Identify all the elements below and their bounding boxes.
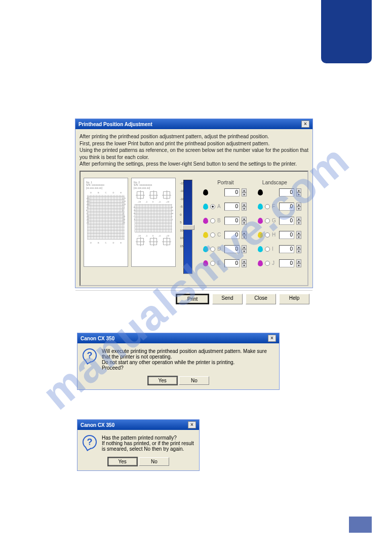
spinner[interactable]: ▲▼ xyxy=(242,217,247,225)
yes-button[interactable]: Yes xyxy=(147,376,178,385)
value-input[interactable]: 0 xyxy=(279,259,294,267)
color-row: D0▲▼I0▲▼ xyxy=(203,245,301,253)
close-button[interactable]: Close xyxy=(246,294,276,304)
titlebar: Printhead Position Adjustment × xyxy=(75,119,312,129)
radio-label: I xyxy=(272,246,277,252)
value-input[interactable]: 0 xyxy=(279,188,294,196)
send-button[interactable]: Send xyxy=(212,294,243,304)
radio-label: E xyxy=(217,260,222,266)
value-input[interactable]: 0 xyxy=(224,188,240,196)
help-button[interactable]: Help xyxy=(279,294,309,304)
radio-label: C xyxy=(217,232,222,238)
radio-button[interactable] xyxy=(210,218,215,223)
value-input[interactable]: 0 xyxy=(224,245,240,253)
message-text: Has the pattern printed normally? If not… xyxy=(102,435,194,452)
radio-label: J xyxy=(272,260,277,266)
radio-button[interactable] xyxy=(265,247,270,252)
page-thumb-tab xyxy=(349,517,372,533)
color-drop-icon xyxy=(203,246,208,252)
color-drop-icon xyxy=(203,260,208,266)
printhead-adjustment-dialog: Printhead Position Adjustment × After pr… xyxy=(75,118,313,288)
radio-label: H xyxy=(272,232,277,238)
confirm-pattern-dialog: Canon CX 350 × ? Has the pattern printed… xyxy=(77,419,200,471)
color-drop-icon xyxy=(258,246,263,252)
radio-button[interactable] xyxy=(265,204,270,209)
spinner[interactable]: ▲▼ xyxy=(296,188,301,196)
value-input[interactable]: 0 xyxy=(224,203,240,211)
color-drop-icon xyxy=(258,260,263,266)
value-input[interactable]: 0 xyxy=(279,203,294,211)
color-row: B0▲▼G0▲▼ xyxy=(203,217,301,225)
value-input[interactable]: 0 xyxy=(224,259,240,267)
value-input[interactable]: 0 xyxy=(279,231,294,239)
value-input[interactable]: 0 xyxy=(279,245,294,253)
radio-label: B xyxy=(217,218,222,223)
spinner[interactable]: ▲▼ xyxy=(242,231,247,239)
spinner[interactable]: ▲▼ xyxy=(296,203,301,211)
print-button[interactable]: Print xyxy=(176,294,209,304)
portrait-header: Portrait xyxy=(217,180,233,185)
titlebar: Canon CX 350 × xyxy=(77,333,279,343)
color-drop-icon xyxy=(258,218,263,224)
spinner[interactable]: ▲▼ xyxy=(242,259,247,267)
pattern-preview-2: No. 2 S/N: xxxxxxxxxx [xx.xxx.xxx.xx] -1… xyxy=(131,178,176,267)
close-icon[interactable]: × xyxy=(268,335,276,342)
question-icon: ? xyxy=(83,348,97,363)
radio-button[interactable] xyxy=(210,247,215,252)
radio-button[interactable] xyxy=(265,232,270,238)
color-drop-icon xyxy=(203,218,208,224)
spinner[interactable]: ▲▼ xyxy=(242,245,247,253)
color-drop-icon xyxy=(258,189,263,195)
color-drop-icon xyxy=(203,189,208,195)
radio-button[interactable] xyxy=(210,232,215,238)
value-input[interactable]: 0 xyxy=(224,231,240,239)
spinner[interactable]: ▲▼ xyxy=(296,217,301,225)
radio-label: A xyxy=(217,204,222,209)
section-tab xyxy=(321,0,372,63)
radio-button[interactable] xyxy=(265,218,270,223)
radio-button[interactable] xyxy=(210,261,215,266)
radio-label: F xyxy=(272,204,277,209)
landscape-header: Landscape xyxy=(262,180,287,185)
color-row: 0▲▼0▲▼ xyxy=(203,188,301,196)
radio-label: G xyxy=(272,218,277,223)
color-row: C0▲▼H0▲▼ xyxy=(203,231,301,239)
value-input[interactable]: 0 xyxy=(224,217,240,225)
dialog-title: Printhead Position Adjustment xyxy=(79,122,152,127)
adjustment-slider[interactable]: -15 -10 -10 -5 0 5 10 10 15 xyxy=(179,178,197,282)
color-row: A0▲▼F0▲▼ xyxy=(203,203,301,211)
radio-label: D xyxy=(217,246,222,252)
spinner[interactable]: ▲▼ xyxy=(242,188,247,196)
color-drop-icon xyxy=(203,232,208,238)
close-icon[interactable]: × xyxy=(188,421,196,428)
question-icon: ? xyxy=(83,435,97,449)
dialog-buttons: Print Send Close Help xyxy=(75,290,312,307)
confirm-print-dialog: Canon CX 350 × ? Will execute printing t… xyxy=(77,333,280,390)
spinner[interactable]: ▲▼ xyxy=(296,245,301,253)
value-input[interactable]: 0 xyxy=(279,217,294,225)
no-button[interactable]: No xyxy=(139,457,169,466)
spinner[interactable]: ▲▼ xyxy=(296,231,301,239)
color-row: E0▲▼J0▲▼ xyxy=(203,259,301,267)
spinner[interactable]: ▲▼ xyxy=(296,259,301,267)
radio-button[interactable] xyxy=(210,204,215,209)
no-button[interactable]: No xyxy=(179,376,209,385)
message-text: Will execute printing the printhead posi… xyxy=(102,348,274,371)
instructions: After printing the printhead position ad… xyxy=(80,133,308,168)
spinner[interactable]: ▲▼ xyxy=(242,203,247,211)
pattern-preview-1: No. 1 S/N: xxxxxxxxxx [xx.xxx.xxx.xx] DB… xyxy=(84,178,128,267)
color-drop-icon xyxy=(258,232,263,238)
color-drop-icon xyxy=(203,204,208,210)
yes-button[interactable]: Yes xyxy=(107,457,138,466)
color-value-panel: Portrait Landscape 0▲▼0▲▼A0▲▼F0▲▼B0▲▼G0▲… xyxy=(200,178,304,282)
radio-button[interactable] xyxy=(265,261,270,266)
close-icon[interactable]: × xyxy=(301,121,309,128)
titlebar: Canon CX 350 × xyxy=(77,420,199,430)
dialog-title: Canon CX 350 xyxy=(81,336,114,341)
color-drop-icon xyxy=(258,204,263,210)
dialog-title: Canon CX 350 xyxy=(81,422,114,428)
